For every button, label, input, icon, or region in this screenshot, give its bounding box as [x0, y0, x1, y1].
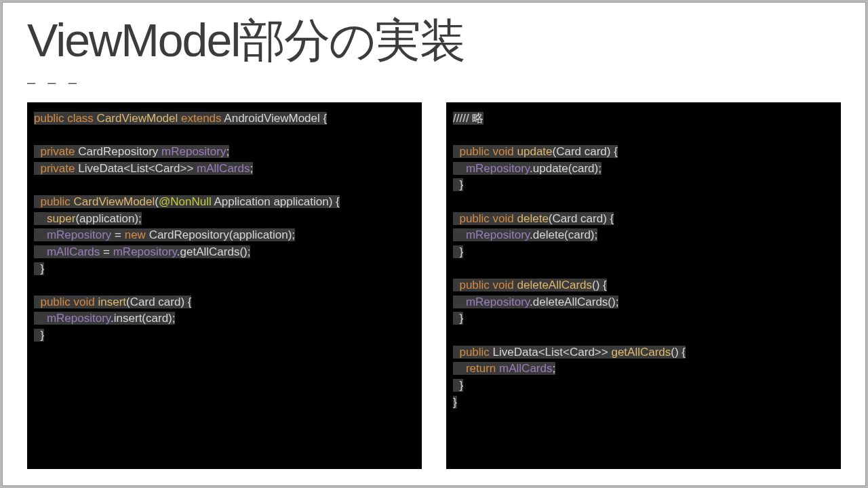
columns: public class CardViewModel extends Andro…: [27, 102, 841, 469]
code-right: ///// 略 public void update(Card card) { …: [453, 110, 834, 411]
slide: ViewModel部分の実装 – – – public class CardVi…: [2, 2, 866, 486]
slide-title: ViewModel部分の実装: [27, 15, 841, 66]
code-block-left: public class CardViewModel extends Andro…: [27, 102, 422, 469]
code-block-right: ///// 略 public void update(Card card) { …: [446, 102, 841, 469]
divider-dashes: – – –: [27, 74, 841, 92]
code-left: public class CardViewModel extends Andro…: [34, 110, 415, 344]
